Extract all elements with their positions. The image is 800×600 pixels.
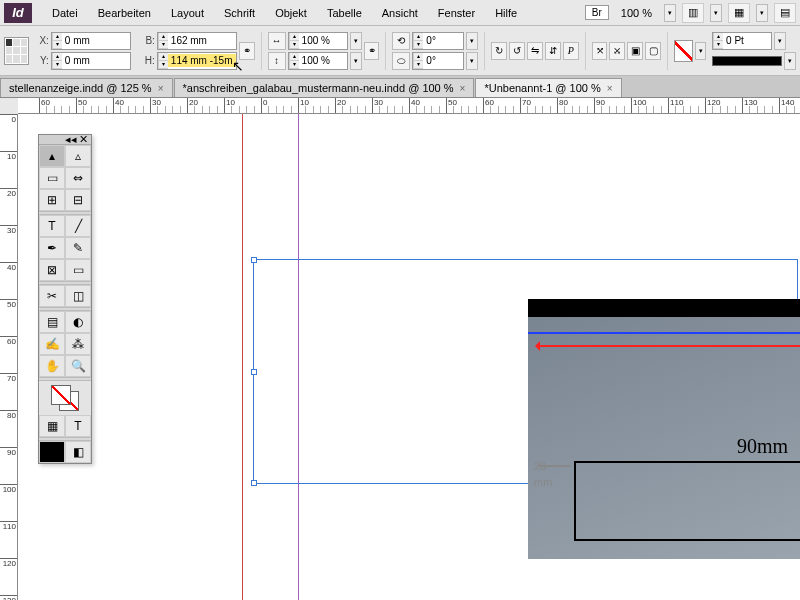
rotate-cw-icon[interactable]: ↻ bbox=[491, 42, 507, 60]
select-container-icon[interactable]: ⤧ bbox=[592, 42, 608, 60]
note-tool[interactable]: ✍ bbox=[39, 333, 65, 355]
scissors-tool[interactable]: ✂ bbox=[39, 285, 65, 307]
fit-frame-icon[interactable]: ▢ bbox=[645, 42, 661, 60]
stroke-style[interactable] bbox=[712, 56, 782, 66]
direct-selection-tool[interactable]: ▵ bbox=[65, 145, 91, 167]
type-tool[interactable]: T bbox=[39, 215, 65, 237]
rotate-input[interactable] bbox=[423, 34, 463, 47]
zoom-dropdown[interactable]: ▾ bbox=[664, 4, 676, 22]
x-label: X: bbox=[35, 35, 49, 46]
constrain-wh-icon[interactable]: ⚭ bbox=[239, 42, 255, 60]
scale-x-input[interactable] bbox=[299, 34, 347, 47]
type-mode-tool[interactable]: T bbox=[65, 415, 91, 437]
x-field[interactable]: ▴▾ bbox=[51, 32, 131, 50]
free-transform-tool[interactable]: ◫ bbox=[65, 285, 91, 307]
fill-stroke-swatch[interactable] bbox=[39, 381, 91, 415]
apply-color[interactable] bbox=[39, 441, 65, 463]
arrange-dropdown[interactable]: ▾ bbox=[756, 4, 768, 22]
rotate-dropdown[interactable]: ▾ bbox=[466, 32, 478, 50]
height-input[interactable] bbox=[168, 54, 236, 67]
close-icon[interactable]: × bbox=[158, 83, 164, 94]
workspace-icon[interactable]: ▤ bbox=[774, 3, 796, 23]
flip-v-icon[interactable]: ⇵ bbox=[545, 42, 561, 60]
selection-handle[interactable] bbox=[251, 257, 257, 263]
shear-icon: ⬭ bbox=[392, 52, 410, 70]
rotate-ccw-icon[interactable]: ↺ bbox=[509, 42, 525, 60]
height-field[interactable]: ▴▾ bbox=[157, 52, 237, 70]
menu-tabelle[interactable]: Tabelle bbox=[317, 3, 372, 23]
fill-color[interactable] bbox=[51, 385, 71, 405]
selection-handle[interactable] bbox=[251, 369, 257, 375]
eyedropper-tool[interactable]: ⁂ bbox=[65, 333, 91, 355]
content-placer-tool[interactable]: ⊟ bbox=[65, 189, 91, 211]
selection-tool[interactable]: ▴ bbox=[39, 145, 65, 167]
pencil-tool[interactable]: ✎ bbox=[65, 237, 91, 259]
panel-header[interactable]: ◂◂ ✕ bbox=[39, 135, 91, 145]
reference-point[interactable] bbox=[4, 37, 29, 65]
rectangle-frame-tool[interactable]: ⊠ bbox=[39, 259, 65, 281]
stroke-swatch[interactable] bbox=[674, 40, 693, 62]
hand-tool[interactable]: ✋ bbox=[39, 355, 65, 377]
page-tool[interactable]: ▭ bbox=[39, 167, 65, 189]
y-input[interactable] bbox=[62, 54, 130, 67]
placed-image[interactable]: 90mm 20mm bbox=[528, 299, 800, 559]
tools-panel[interactable]: ◂◂ ✕ ▴ ▵ ▭ ⇔ ⊞ ⊟ T ╱ ✒ ✎ ⊠ ▭ ✂ ◫ ▤ ◐ ✍ ⁂… bbox=[38, 134, 92, 464]
stroke-weight-input[interactable] bbox=[723, 34, 771, 47]
bridge-button[interactable]: Br bbox=[585, 5, 609, 20]
selection-handle[interactable] bbox=[251, 480, 257, 486]
y-field[interactable]: ▴▾ bbox=[51, 52, 131, 70]
pen-tool[interactable]: ✒ bbox=[39, 237, 65, 259]
p-icon[interactable]: P bbox=[563, 42, 579, 60]
gap-tool[interactable]: ⇔ bbox=[65, 167, 91, 189]
menu-bearbeiten[interactable]: Bearbeiten bbox=[88, 3, 161, 23]
gradient-feather-tool[interactable]: ◐ bbox=[65, 311, 91, 333]
scale-y-input[interactable] bbox=[299, 54, 347, 67]
doc-tab-2[interactable]: *anschreiben_galabau_mustermann-neu.indd… bbox=[174, 78, 475, 97]
document-tabs: stellenanzeige.indd @ 125 % × *anschreib… bbox=[0, 76, 800, 98]
doc-tab-1[interactable]: stellenanzeige.indd @ 125 % × bbox=[0, 78, 173, 97]
apply-gradient[interactable]: ◧ bbox=[65, 441, 91, 463]
screen-mode-icon[interactable]: ▥ bbox=[682, 3, 704, 23]
fit-content-icon[interactable]: ▣ bbox=[627, 42, 643, 60]
stroke-style-dropdown[interactable]: ▾ bbox=[784, 52, 796, 70]
menu-datei[interactable]: Datei bbox=[42, 3, 88, 23]
view-mode-tool[interactable]: ▦ bbox=[39, 415, 65, 437]
scale-y-dropdown[interactable]: ▾ bbox=[350, 52, 362, 70]
stroke-weight-dropdown[interactable]: ▾ bbox=[774, 32, 786, 50]
width-field[interactable]: ▴▾ bbox=[157, 32, 237, 50]
width-input[interactable] bbox=[168, 34, 236, 47]
x-input[interactable] bbox=[62, 34, 130, 47]
stroke-swatch-dropdown[interactable]: ▾ bbox=[695, 42, 706, 60]
shear-dropdown[interactable]: ▾ bbox=[466, 52, 478, 70]
blue-guide bbox=[528, 332, 800, 334]
doc-tab-3[interactable]: *Unbenannt-1 @ 100 % × bbox=[475, 78, 621, 97]
menu-hilfe[interactable]: Hilfe bbox=[485, 3, 527, 23]
screen-mode-dropdown[interactable]: ▾ bbox=[710, 4, 722, 22]
constrain-scale-icon[interactable]: ⚭ bbox=[364, 42, 380, 60]
scale-x-dropdown[interactable]: ▾ bbox=[350, 32, 362, 50]
width-label: B: bbox=[141, 35, 155, 46]
menu-layout[interactable]: Layout bbox=[161, 3, 214, 23]
content-collector-tool[interactable]: ⊞ bbox=[39, 189, 65, 211]
arrange-icon[interactable]: ▦ bbox=[728, 3, 750, 23]
menu-fenster[interactable]: Fenster bbox=[428, 3, 485, 23]
y-label: Y: bbox=[35, 55, 49, 66]
rectangle-tool[interactable]: ▭ bbox=[65, 259, 91, 281]
ruler-horizontal[interactable]: 6050403020100102030405060708090100110120… bbox=[18, 98, 800, 114]
gradient-swatch-tool[interactable]: ▤ bbox=[39, 311, 65, 333]
zoom-tool[interactable]: 🔍 bbox=[65, 355, 91, 377]
close-icon[interactable]: × bbox=[460, 83, 466, 94]
menu-ansicht[interactable]: Ansicht bbox=[372, 3, 428, 23]
menu-objekt[interactable]: Objekt bbox=[265, 3, 317, 23]
select-content-icon[interactable]: ⤩ bbox=[609, 42, 625, 60]
menu-schrift[interactable]: Schrift bbox=[214, 3, 265, 23]
canvas[interactable]: 90mm 20mm ◂◂ ✕ ▴ ▵ ▭ ⇔ ⊞ ⊟ T ╱ ✒ ✎ ⊠ ▭ ✂ bbox=[18, 114, 800, 600]
flip-h-icon[interactable]: ⇋ bbox=[527, 42, 543, 60]
zoom-level[interactable]: 100 % bbox=[615, 5, 658, 21]
close-icon[interactable]: × bbox=[607, 83, 613, 94]
shear-input[interactable] bbox=[423, 54, 463, 67]
scale-y-icon: ↕ bbox=[268, 52, 286, 70]
menu-bar: Id Datei Bearbeiten Layout Schrift Objek… bbox=[0, 0, 800, 26]
ruler-vertical[interactable]: 0102030405060708090100110120130 bbox=[0, 114, 18, 600]
line-tool[interactable]: ╱ bbox=[65, 215, 91, 237]
